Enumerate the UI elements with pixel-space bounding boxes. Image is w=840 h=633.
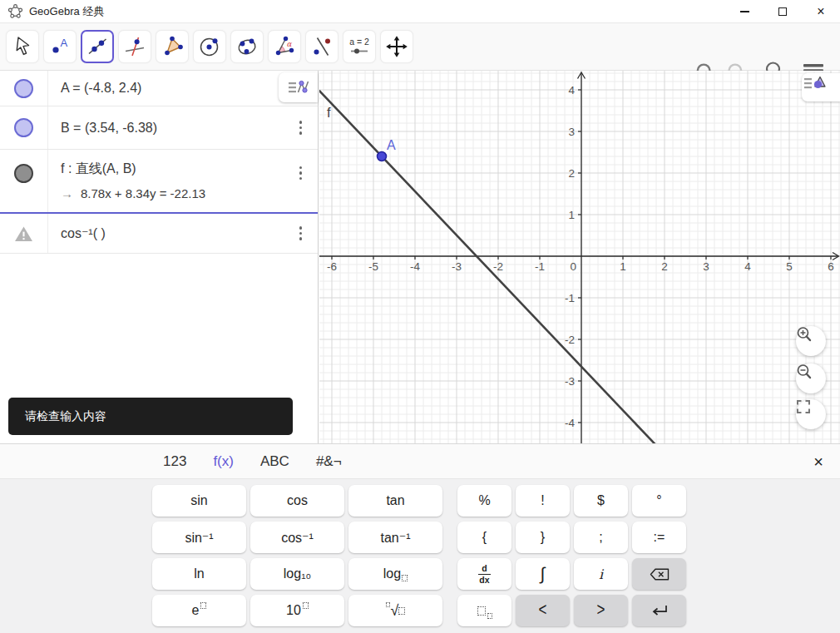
tool-perpendicular-line-button[interactable] [118, 30, 151, 63]
key-ln[interactable]: ln [152, 558, 246, 590]
algebra-row-f: f : 直线(A, B) →8.78x + 8.34y = -22.13 [0, 150, 318, 214]
key-derivative[interactable]: ddx [457, 558, 511, 590]
visibility-marble-B[interactable] [14, 118, 33, 137]
axis-tick-label: 0 [570, 260, 576, 273]
axis-tick-label: 4 [744, 260, 751, 273]
zoom-out-button[interactable] [796, 363, 826, 393]
axis-tick-label: -1 [535, 260, 545, 273]
tool-angle-button[interactable]: α [268, 30, 301, 63]
minimize-button[interactable] [725, 0, 763, 23]
key-cursor-left[interactable]: < [516, 595, 570, 626]
key-percent[interactable]: % [457, 485, 511, 517]
key-arccos[interactable]: cos⁻¹ [250, 522, 344, 553]
axis-tick-label: 1 [620, 260, 626, 273]
tool-reflect-about-line-button[interactable] [305, 30, 338, 63]
keyboard-tab-123[interactable]: 123 [161, 453, 189, 470]
keyboard-tab-bar: 123f(x)ABC#&¬× [0, 444, 840, 479]
key-10-power[interactable]: 10 [250, 595, 344, 626]
app-title: GeoGebra 经典 [29, 4, 104, 19]
line-f-label: f [327, 106, 331, 120]
algebra-entry-B[interactable]: B = (3.54, -6.38) [48, 121, 157, 136]
key-factorial[interactable]: ! [516, 485, 570, 517]
axis-tick-label: -3 [565, 375, 575, 388]
zoom-in-button[interactable] [796, 326, 826, 356]
keyboard-tab-special[interactable]: #&¬ [314, 453, 344, 470]
point-A-label: A [387, 138, 396, 152]
title-bar: GeoGebra 经典 × [0, 0, 840, 23]
key-log-base[interactable]: log [348, 558, 442, 590]
row-menu-input-button[interactable] [296, 221, 306, 245]
perpendicular-line-icon [123, 35, 146, 58]
key-degree[interactable]: ° [632, 485, 686, 517]
toolbar: A [0, 23, 840, 71]
row-menu-B-button[interactable] [296, 116, 306, 139]
key-nth-root[interactable]: √ [348, 595, 442, 626]
key-assignment[interactable]: := [632, 522, 686, 553]
tool-polygon-button[interactable] [156, 30, 189, 63]
tool-conic-five-points-button[interactable] [230, 30, 264, 63]
algebra-style-bar-button[interactable] [279, 72, 318, 102]
key-left-brace[interactable]: { [457, 522, 511, 553]
key-subscript[interactable] [457, 595, 511, 626]
error-toast: 请检查输入内容 [8, 398, 293, 435]
tool-point-button[interactable]: A [43, 30, 77, 63]
keyboard-tab-abc[interactable]: ABC [258, 453, 292, 470]
main-area: A = (-4.8, 2.4) B = (3.54, -6.38) f : 直线… [0, 71, 840, 443]
key-cursor-right[interactable]: > [574, 595, 628, 626]
key-arcsin[interactable]: sin⁻¹ [152, 522, 246, 553]
algebra-entry-A[interactable]: A = (-4.8, 2.4) [48, 81, 141, 96]
axis-tick-label: 6 [828, 260, 834, 273]
maximize-button[interactable] [763, 0, 802, 23]
maximize-icon [778, 7, 787, 16]
fullscreen-button[interactable] [796, 399, 826, 429]
key-imaginary-unit[interactable]: i [574, 558, 628, 590]
output-arrow-icon: → [61, 186, 73, 200]
tool-move-graphics-view-button[interactable] [380, 30, 413, 63]
tool-line-button[interactable] [81, 30, 114, 63]
key-e-power[interactable]: e [152, 595, 246, 626]
algebra-row-input: cos⁻¹( ) [0, 214, 318, 254]
warning-icon [14, 225, 33, 242]
fullscreen-icon [796, 399, 811, 414]
visibility-marble-f[interactable] [14, 164, 33, 183]
zoom-out-icon [796, 363, 813, 380]
keyboard-symbol-keys: %!$°{};:=ddx∫i<> [457, 485, 686, 626]
keyboard-close-button[interactable]: × [805, 448, 832, 475]
tool-circle-center-point-button[interactable] [193, 30, 226, 63]
key-log10[interactable]: log₁₀ [250, 558, 344, 590]
graphics-style-bar-button[interactable] [802, 73, 840, 101]
tool-move-button[interactable] [6, 30, 39, 63]
key-arctan[interactable]: tan⁻¹ [348, 522, 442, 553]
point-tool-icon: A [48, 35, 72, 58]
line-tool-icon [86, 35, 109, 58]
key-cos[interactable]: cos [250, 485, 344, 517]
tool-slider-button[interactable]: a = 2 [343, 30, 376, 63]
visibility-marble-A[interactable] [14, 79, 33, 98]
graph-line-f[interactable] [319, 71, 840, 443]
row-menu-f-button[interactable] [296, 161, 306, 185]
graphics-canvas[interactable]: -6-5-4-3-2-10123456-4-3-2-11234fA [319, 71, 840, 443]
algebra-input-field[interactable]: cos⁻¹( ) [48, 225, 106, 241]
key-right-brace[interactable]: } [516, 522, 570, 553]
graph-point-A[interactable] [378, 152, 387, 161]
close-button[interactable]: × [802, 0, 840, 23]
slider-icon-label: a = 2 [349, 37, 369, 47]
polygon-icon [161, 35, 184, 58]
algebra-view: A = (-4.8, 2.4) B = (3.54, -6.38) f : 直线… [0, 71, 319, 443]
key-tan[interactable]: tan [348, 485, 442, 517]
svg-text:α: α [287, 40, 293, 48]
key-dollar[interactable]: $ [574, 485, 628, 517]
key-backspace[interactable] [632, 558, 686, 590]
key-sin[interactable]: sin [152, 485, 246, 517]
line-f-equation: →8.78x + 8.34y = -22.13 [61, 186, 205, 200]
reflect-line-icon [310, 35, 334, 58]
key-semicolon[interactable]: ; [574, 522, 628, 553]
slider-icon: a = 2 [348, 35, 371, 58]
svg-text:A: A [61, 37, 68, 49]
axis-tick-label: -3 [452, 260, 462, 273]
graphics-view[interactable]: -6-5-4-3-2-10123456-4-3-2-11234fA [319, 71, 840, 443]
algebra-entry-f[interactable]: f : 直线(A, B) →8.78x + 8.34y = -22.13 [48, 150, 205, 212]
key-integral[interactable]: ∫ [516, 558, 570, 590]
keyboard-tab-fx[interactable]: f(x) [210, 453, 236, 470]
key-enter[interactable] [632, 595, 686, 626]
